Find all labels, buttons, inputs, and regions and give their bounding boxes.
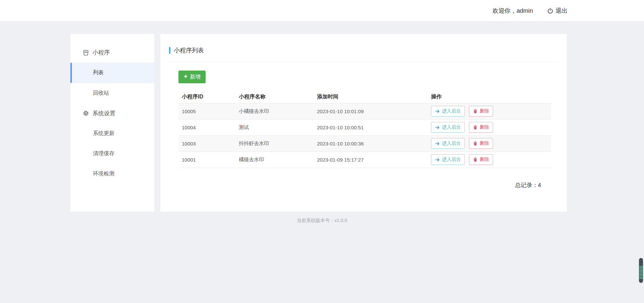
delete-button[interactable]: 删除 — [469, 122, 493, 133]
delete-button[interactable]: 删除 — [469, 106, 493, 117]
welcome-text: 欢迎你，admin — [492, 7, 533, 15]
cell-add-time: 2023-01-10 10:00:36 — [314, 135, 428, 152]
sidebar-item-system-update[interactable]: 系统更新 — [70, 123, 154, 143]
trash-icon — [473, 125, 478, 130]
delete-button[interactable]: 删除 — [469, 138, 493, 149]
sidebar-item-label: 系统设置 — [93, 110, 115, 117]
enter-admin-button[interactable]: 进入后台 — [431, 122, 465, 133]
cell-app-name: 测试 — [235, 119, 314, 135]
enter-admin-button[interactable]: 进入后台 — [431, 138, 465, 149]
cell-add-time: 2023-01-09 15:17:27 — [314, 152, 428, 168]
trash-icon — [473, 109, 478, 114]
table-row: 10004 测试 2023-01-10 10:00:51 进入后台 — [178, 119, 551, 135]
cell-add-time: 2023-01-10 10:01:09 — [314, 103, 428, 119]
cell-add-time: 2023-01-10 10:00:51 — [314, 119, 428, 135]
arrow-right-icon — [435, 157, 440, 162]
column-header-actions: 操作 — [428, 91, 551, 103]
total-records-value: 4 — [538, 182, 541, 188]
sidebar-item-recycle-bin[interactable]: 回收站 — [70, 83, 154, 103]
page-title: 小程序列表 — [174, 46, 204, 54]
column-header-time: 添加时间 — [314, 91, 428, 103]
cell-app-name: 橘猫去水印 — [235, 152, 314, 168]
column-header-id: 小程序ID — [178, 91, 235, 103]
sidebar-item-label: 回收站 — [93, 90, 109, 97]
title-marker — [169, 47, 170, 54]
main-panel: 小程序列表 新增 小程序ID 小程序名称 添加时间 操作 — [160, 34, 567, 212]
cell-app-name: 抖抖虾去水印 — [235, 135, 314, 152]
scrollbar-thumb-stripes — [639, 266, 643, 279]
delete-label: 删除 — [480, 108, 489, 114]
total-records: 总记录：4 — [178, 181, 551, 189]
sidebar-item-system-settings[interactable]: 系统设置 — [70, 103, 154, 123]
panel-title-bar: 小程序列表 — [169, 34, 558, 62]
sidebar-item-clear-cache[interactable]: 清理缓存 — [70, 143, 154, 164]
scrollbar-thumb[interactable] — [639, 258, 643, 283]
cell-app-name: 小橘猫去水印 — [235, 103, 314, 119]
delete-label: 删除 — [480, 157, 489, 163]
version-text: 当前系统版本号：v1.0.0 — [297, 218, 347, 223]
cell-actions: 进入后台 删除 — [428, 152, 551, 168]
sidebar-item-label: 小程序 — [93, 49, 110, 56]
logout-label: 退出 — [555, 7, 568, 15]
add-button[interactable]: 新增 — [178, 71, 206, 83]
trash-icon — [473, 141, 478, 146]
cell-actions: 进入后台 删除 — [428, 119, 551, 135]
table-row: 10003 抖抖虾去水印 2023-01-10 10:00:36 进入后台 — [178, 135, 551, 152]
cell-app-id: 10004 — [178, 119, 235, 135]
total-records-label: 总记录： — [515, 182, 538, 188]
enter-admin-label: 进入后台 — [442, 108, 461, 114]
sidebar-item-miniapp[interactable]: 小程序 — [70, 43, 154, 63]
sidebar-item-label: 列表 — [93, 69, 104, 76]
table-row: 10005 小橘猫去水印 2023-01-10 10:01:09 进入后台 — [178, 103, 551, 119]
cell-actions: 进入后台 删除 — [428, 135, 551, 152]
miniapp-icon — [83, 49, 89, 56]
cell-app-id: 10003 — [178, 135, 235, 152]
sidebar-item-label: 环境检测 — [93, 170, 114, 177]
arrow-right-icon — [435, 141, 440, 146]
arrow-right-icon — [435, 109, 440, 114]
cell-app-id: 10005 — [178, 103, 235, 119]
miniapp-table: 小程序ID 小程序名称 添加时间 操作 10005 小橘猫去水印 2023-01… — [178, 91, 551, 168]
top-bar: 欢迎你，admin 退出 — [0, 0, 644, 21]
add-button-label: 新增 — [190, 74, 201, 81]
sidebar: 小程序 列表 回收站 系统设置 系统更新 清理缓存 环境检测 — [70, 34, 154, 212]
table-header-row: 小程序ID 小程序名称 添加时间 操作 — [178, 91, 551, 103]
enter-admin-button[interactable]: 进入后台 — [431, 106, 465, 117]
enter-admin-label: 进入后台 — [442, 124, 461, 130]
cell-app-id: 10001 — [178, 152, 235, 168]
power-icon — [547, 7, 553, 14]
version-footer: 当前系统版本号：v1.0.0 — [0, 218, 644, 224]
delete-button[interactable]: 删除 — [469, 154, 493, 165]
cell-actions: 进入后台 删除 — [428, 103, 551, 119]
gear-icon — [83, 110, 89, 117]
trash-icon — [473, 157, 478, 162]
enter-admin-button[interactable]: 进入后台 — [431, 154, 465, 165]
column-header-name: 小程序名称 — [235, 91, 314, 103]
panel-body: 新增 小程序ID 小程序名称 添加时间 操作 10005 小橘猫去水印 202 — [160, 62, 567, 189]
delete-label: 删除 — [480, 124, 489, 130]
sidebar-item-env-check[interactable]: 环境检测 — [70, 164, 154, 184]
sidebar-item-label: 清理缓存 — [93, 150, 114, 157]
enter-admin-label: 进入后台 — [442, 140, 461, 146]
enter-admin-label: 进入后台 — [442, 157, 461, 163]
logout-button[interactable]: 退出 — [547, 7, 568, 15]
delete-label: 删除 — [480, 140, 489, 146]
arrow-right-icon — [435, 125, 440, 130]
sidebar-item-label: 系统更新 — [93, 130, 114, 137]
table-row: 10001 橘猫去水印 2023-01-09 15:17:27 进入后台 — [178, 152, 551, 168]
plus-icon — [183, 74, 188, 80]
sidebar-item-list[interactable]: 列表 — [70, 63, 154, 83]
